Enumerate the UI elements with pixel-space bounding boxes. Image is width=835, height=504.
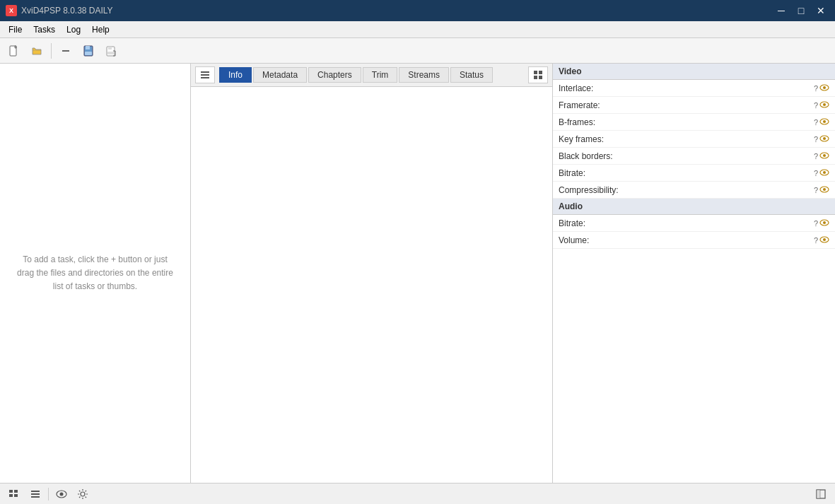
middle-content [191, 87, 552, 483]
blackborders-eye-icon[interactable] [819, 152, 829, 160]
blackborders-question-icon[interactable]: ? [814, 152, 818, 160]
volume-label: Volume: [559, 235, 810, 245]
list-icon [200, 70, 210, 80]
svg-rect-38 [31, 493, 40, 495]
open-icon [31, 45, 42, 57]
tab-list-button[interactable] [195, 66, 215, 83]
audio-bitrate-row: Bitrate: ? [553, 215, 835, 232]
view-icon [56, 490, 67, 498]
close-button[interactable]: ✕ [812, 4, 829, 18]
menu-log[interactable]: Log [61, 23, 86, 36]
interlace-label: Interlace: [559, 83, 810, 93]
status-view-button[interactable] [53, 486, 70, 502]
interlace-question-icon[interactable]: ? [814, 84, 818, 93]
svg-rect-37 [31, 491, 40, 492]
svg-rect-33 [9, 490, 13, 493]
svg-rect-10 [201, 77, 209, 78]
svg-rect-35 [9, 494, 13, 497]
save-as-button[interactable] [101, 41, 121, 61]
eye-svg [819, 84, 829, 91]
svg-point-41 [60, 492, 64, 496]
tab-streams[interactable]: Streams [399, 67, 449, 83]
compressibility-question-icon[interactable]: ? [814, 186, 818, 194]
svg-point-32 [823, 238, 826, 241]
toolbar [0, 38, 835, 64]
open-button[interactable] [27, 41, 47, 61]
minimize-button[interactable]: ─ [773, 4, 790, 18]
bframes-question-icon[interactable]: ? [814, 118, 818, 127]
title-bar-title: XviD4PSP 8.0.38 DAILY [21, 6, 113, 16]
tab-info[interactable]: Info [219, 67, 252, 83]
svg-rect-14 [539, 76, 542, 79]
framerate-eye-icon[interactable] [819, 101, 829, 110]
save-button[interactable] [78, 41, 98, 61]
bframes-icons: ? [814, 118, 829, 127]
interlace-row: Interlace: ? [553, 80, 835, 97]
bframes-label: B-frames: [559, 117, 810, 127]
volume-question-icon[interactable]: ? [814, 236, 818, 245]
tab-metadata[interactable]: Metadata [253, 67, 307, 83]
blackborders-label: Black borders: [559, 151, 810, 161]
video-section-header: Video [553, 64, 835, 80]
compressibility-eye-icon[interactable] [819, 186, 829, 194]
status-list-button[interactable] [6, 486, 23, 502]
grid-icon [533, 70, 543, 80]
svg-point-20 [823, 120, 826, 123]
svg-point-30 [823, 221, 826, 224]
svg-rect-39 [31, 496, 40, 498]
status-panel-button[interactable] [812, 486, 829, 502]
audio-bitrate-eye-icon[interactable] [819, 219, 829, 228]
svg-point-18 [823, 103, 826, 106]
keyframes-eye-icon[interactable] [819, 135, 829, 143]
menu-bar: File Tasks Log Help [0, 21, 835, 38]
framerate-question-icon[interactable]: ? [814, 101, 818, 110]
left-panel-empty-text: To add a task, click the + button or jus… [0, 64, 190, 483]
blackborders-icons: ? [814, 152, 829, 160]
menu-tasks[interactable]: Tasks [28, 23, 61, 36]
bframes-eye-icon[interactable] [819, 118, 829, 127]
status-settings-button[interactable] [74, 486, 91, 502]
keyframes-row: Key frames: ? [553, 131, 835, 148]
video-bitrate-question-icon[interactable]: ? [814, 169, 818, 177]
eye-svg [819, 236, 829, 243]
video-bitrate-eye-icon[interactable] [819, 169, 829, 177]
tab-trim[interactable]: Trim [363, 67, 398, 83]
video-bitrate-icons: ? [814, 169, 829, 177]
eye-svg [819, 101, 829, 108]
left-panel: To add a task, click the + button or jus… [0, 64, 191, 483]
status-bar [0, 483, 835, 504]
new-button[interactable] [4, 41, 24, 61]
framerate-label: Framerate: [559, 100, 810, 110]
interlace-icons: ? [814, 84, 829, 93]
interlace-eye-icon[interactable] [819, 84, 829, 93]
compressibility-icons: ? [814, 186, 829, 194]
tab-chapters[interactable]: Chapters [308, 67, 361, 83]
svg-rect-36 [14, 494, 18, 497]
svg-rect-3 [86, 46, 90, 49]
eye-svg [819, 118, 829, 125]
remove-button[interactable] [56, 41, 76, 61]
title-bar-left: X XviD4PSP 8.0.38 DAILY [6, 5, 113, 16]
svg-rect-34 [14, 490, 18, 493]
audio-bitrate-label: Bitrate: [559, 218, 810, 228]
keyframes-icons: ? [814, 135, 829, 143]
bframes-row: B-frames: ? [553, 114, 835, 131]
volume-eye-icon[interactable] [819, 236, 829, 245]
menu-help[interactable]: Help [86, 23, 115, 36]
eye-svg [819, 169, 829, 176]
audio-bitrate-question-icon[interactable]: ? [814, 219, 818, 228]
svg-rect-12 [539, 71, 542, 74]
tab-status[interactable]: Status [450, 67, 493, 83]
menu-file[interactable]: File [3, 23, 28, 36]
maximize-button[interactable]: □ [793, 4, 810, 18]
status-thumb-button[interactable] [27, 486, 44, 502]
tab-grid-button[interactable] [528, 66, 548, 83]
video-bitrate-label: Bitrate: [559, 168, 810, 178]
svg-point-24 [823, 154, 826, 157]
volume-row: Volume: ? [553, 232, 835, 249]
thumb-view-icon [30, 490, 40, 498]
panel-icon [816, 489, 826, 499]
audio-section-header: Audio [553, 199, 835, 215]
keyframes-question-icon[interactable]: ? [814, 135, 818, 143]
minus-icon [60, 45, 71, 57]
